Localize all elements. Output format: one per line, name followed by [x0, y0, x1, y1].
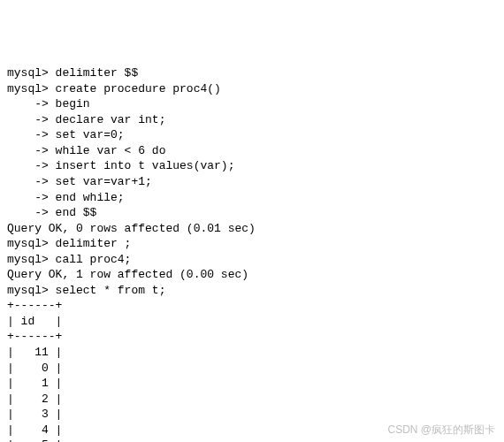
terminal-line: | id | [7, 314, 504, 330]
terminal-line: -> while var < 6 do [7, 143, 504, 159]
terminal-output[interactable]: mysql> delimiter $$mysql> create procedu… [7, 65, 504, 442]
watermark-text: CSDN @疯狂的斯图卡 [387, 423, 495, 437]
terminal-line: | 5 | [7, 438, 504, 442]
terminal-line: | 2 | [7, 392, 504, 408]
terminal-line: -> declare var int; [7, 112, 504, 128]
terminal-line: | 1 | [7, 376, 504, 392]
terminal-line: -> end while; [7, 190, 504, 206]
terminal-line: -> begin [7, 96, 504, 112]
terminal-line: mysql> delimiter ; [7, 236, 504, 252]
terminal-line: -> set var=var+1; [7, 174, 504, 190]
terminal-line: mysql> create procedure proc4() [7, 81, 504, 97]
terminal-line: Query OK, 0 rows affected (0.01 sec) [7, 221, 504, 237]
terminal-line: mysql> call proc4; [7, 252, 504, 268]
terminal-line: | 11 | [7, 345, 504, 361]
terminal-line: mysql> select * from t; [7, 283, 504, 299]
terminal-line: mysql> delimiter $$ [7, 65, 504, 81]
terminal-line: +------+ [7, 329, 504, 345]
terminal-line: -> insert into t values(var); [7, 158, 504, 174]
terminal-line: -> end $$ [7, 205, 504, 221]
terminal-line: Query OK, 1 row affected (0.00 sec) [7, 267, 504, 283]
terminal-line: +------+ [7, 298, 504, 314]
terminal-line: | 0 | [7, 361, 504, 377]
terminal-line: | 3 | [7, 407, 504, 423]
terminal-line: -> set var=0; [7, 127, 504, 143]
